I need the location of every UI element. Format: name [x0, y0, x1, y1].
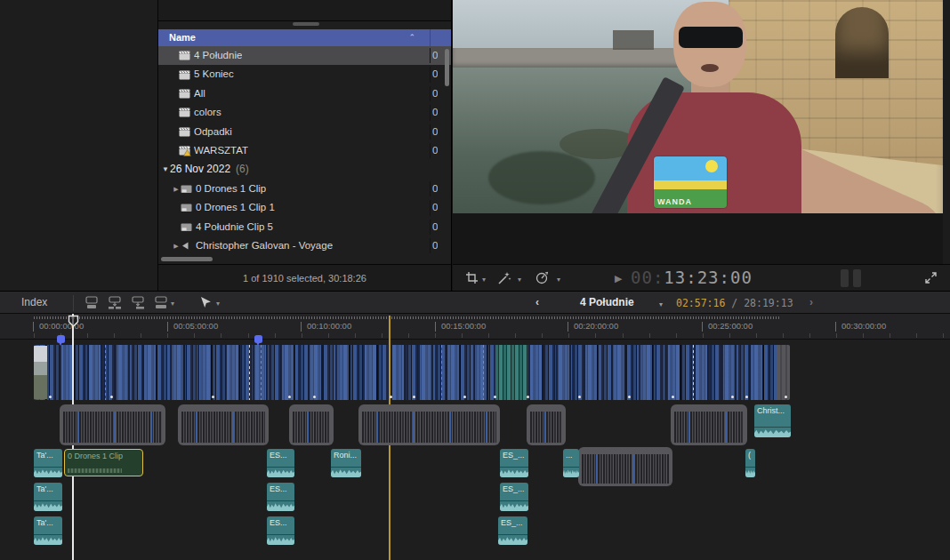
chevron-down-icon[interactable]: ▾ — [482, 276, 486, 284]
connected-clip[interactable]: ES... — [267, 483, 294, 511]
viewer-timecode[interactable]: 00:13:23:00 — [631, 268, 753, 287]
connected-clip[interactable]: ES... — [267, 449, 294, 477]
ruler-minor-tick — [488, 333, 489, 338]
marker-pin-icon[interactable] — [254, 335, 262, 343]
list-item[interactable]: ▼26 Nov 2022(6) — [158, 160, 451, 179]
waveform-bars — [293, 412, 330, 443]
pane-resize-handle[interactable] — [293, 22, 319, 26]
timeline-area[interactable]: 00:00:00:0000:05:00:0000:10:00:0000:15:0… — [0, 314, 950, 560]
connected-clip[interactable]: Christ... — [754, 404, 791, 437]
connect-clip-icon[interactable] — [84, 296, 100, 313]
clip-boundary-dot — [672, 396, 674, 398]
audio-icon — [181, 241, 196, 251]
retime-gauge-icon[interactable] — [535, 271, 549, 288]
browser-status-bar: 1 of 1910 selected, 30:18:26 — [158, 264, 451, 291]
connected-clip[interactable]: ( — [745, 449, 755, 477]
ruler-minor-tick — [703, 333, 704, 338]
previous-project-button[interactable]: ‹ — [535, 296, 539, 308]
list-item[interactable]: Odpadki0 — [158, 123, 451, 141]
ruler-major-tick — [33, 322, 34, 332]
select-arrow-icon[interactable] — [199, 296, 212, 314]
audio-meter[interactable] — [841, 269, 849, 287]
clip-waveform — [563, 468, 579, 477]
chevron-down-icon[interactable]: ▾ — [216, 300, 220, 308]
audio-waveform-block[interactable] — [671, 404, 747, 445]
clip-divider — [500, 500, 528, 501]
project-icon — [179, 108, 194, 117]
next-project-button[interactable]: › — [809, 296, 813, 308]
ruler-minor-tick — [836, 333, 837, 338]
selected-clip[interactable]: 0 Drones 1 Clip — [64, 449, 143, 476]
clip-waveform — [500, 501, 528, 511]
connected-clip[interactable]: ES_... — [500, 449, 528, 477]
column-divider[interactable] — [430, 29, 431, 46]
list-item[interactable]: ▶0 Drones 1 Clip0 — [158, 180, 451, 198]
duration-value-clipped: 0 — [432, 198, 438, 217]
browser-top-strip — [158, 0, 451, 21]
list-item[interactable]: 4 Południe0 — [158, 46, 451, 65]
index-button[interactable]: Index — [21, 296, 47, 308]
waveform-bars — [181, 412, 265, 443]
marker-pin-icon[interactable] — [57, 335, 65, 343]
connected-clip[interactable]: ES_... — [498, 516, 527, 545]
clip-name: Christopher Galovan - Voyage — [196, 236, 333, 255]
connected-clip[interactable]: Ta'... — [34, 449, 62, 477]
connected-clip[interactable]: ES_... — [500, 483, 528, 511]
play-icon[interactable]: ▶ — [615, 273, 622, 284]
clip-waveform — [34, 468, 62, 477]
horizontal-scrollbar[interactable] — [161, 257, 213, 261]
connected-clip[interactable]: ... — [563, 449, 579, 477]
list-item[interactable]: ▶Christopher Galovan - Voyage0 — [158, 236, 451, 255]
primary-storyline-filmstrip[interactable] — [34, 345, 790, 400]
fcp-window: Name ⌃ 4 Południe05 Koniec0All0colors0Od… — [0, 0, 950, 560]
magic-wand-icon[interactable] — [497, 271, 511, 288]
insert-clip-icon[interactable] — [107, 296, 123, 313]
vertical-scrollbar[interactable] — [445, 49, 449, 86]
list-item[interactable]: 5 Koniec0 — [158, 65, 451, 84]
chevron-down-icon[interactable]: ▾ — [659, 300, 663, 308]
list-item[interactable]: colors0 — [158, 103, 451, 122]
disclosure-triangle-icon[interactable]: ▼ — [161, 160, 170, 179]
column-divider — [430, 124, 431, 140]
timeline-ruler[interactable]: 00:00:00:0000:05:00:0000:10:00:0000:15:0… — [0, 314, 950, 340]
audio-waveform-block[interactable] — [527, 404, 566, 445]
ruler-minor-tick — [87, 333, 88, 338]
waveform-bars — [530, 412, 562, 443]
connected-clip[interactable]: Ta'... — [34, 516, 62, 545]
playhead-handle[interactable] — [68, 315, 79, 332]
disclosure-triangle-icon[interactable]: ▶ — [172, 236, 181, 255]
list-item[interactable]: 4 Południe Clip 50 — [158, 218, 451, 236]
audio-waveform-block[interactable] — [358, 404, 500, 445]
ruler-minor-tick — [542, 333, 543, 338]
chevron-down-icon[interactable]: ▾ — [171, 300, 174, 308]
ruler-major-tick — [835, 322, 836, 332]
duration-value-clipped: 0 — [432, 65, 438, 84]
crop-icon[interactable] — [465, 271, 479, 288]
audio-waveform-block[interactable] — [578, 447, 672, 486]
clip-divider — [331, 467, 361, 468]
list-header[interactable]: Name ⌃ — [158, 29, 451, 46]
chevron-down-icon[interactable]: ▾ — [557, 276, 560, 284]
connected-clip[interactable]: Ta'... — [34, 483, 62, 511]
project-name[interactable]: 4 Południe — [580, 296, 634, 308]
column-divider — [430, 48, 431, 63]
audio-waveform-block[interactable] — [289, 404, 334, 445]
name-column-header[interactable]: Name — [169, 32, 196, 43]
clip-waveform — [267, 535, 294, 545]
list-item[interactable]: All0 — [158, 84, 451, 103]
list-item[interactable]: 0 Drones 1 Clip 10 — [158, 198, 451, 217]
flag-text: WANDA — [657, 197, 692, 206]
clip-label: ( — [745, 449, 755, 461]
append-clip-icon[interactable] — [130, 296, 146, 313]
fullscreen-arrows-icon[interactable] — [924, 271, 938, 288]
chevron-down-icon[interactable]: ▾ — [518, 276, 521, 284]
audio-waveform-block[interactable] — [178, 404, 269, 445]
project-warning-icon — [179, 146, 194, 156]
connected-clip[interactable]: ES... — [267, 516, 294, 545]
disclosure-triangle-icon[interactable]: ▶ — [172, 180, 181, 198]
connected-clip[interactable]: Roni... — [331, 449, 361, 477]
audio-meter[interactable] — [853, 269, 861, 287]
list-item[interactable]: WARSZTAT0 — [158, 141, 451, 160]
overwrite-clip-icon[interactable] — [153, 296, 169, 313]
audio-waveform-block[interactable] — [60, 404, 165, 445]
